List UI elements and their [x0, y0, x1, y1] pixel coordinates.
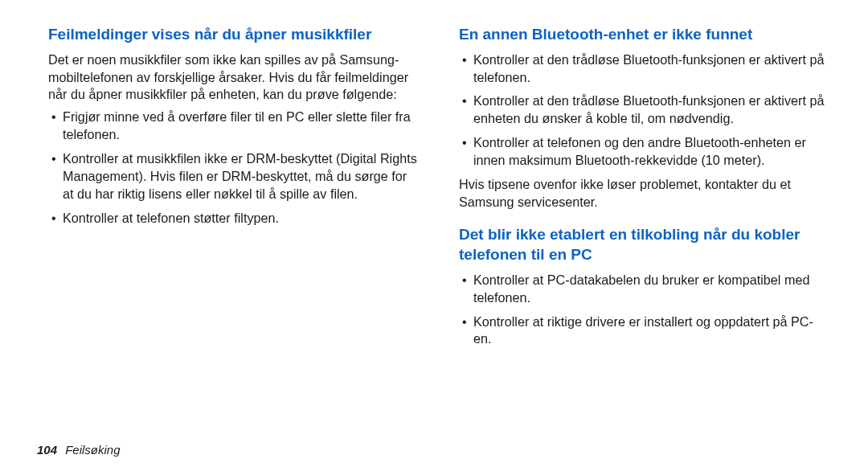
list-item: Frigjør minne ved å overføre filer til e…	[48, 109, 419, 144]
heading-music-errors: Feilmeldinger vises når du åpner musikkf…	[48, 24, 419, 45]
bullets-pc-connection: Kontroller at PC-datakabelen du bruker e…	[459, 272, 829, 348]
heading-pc-connection: Det blir ikke etablert en tilkobling når…	[459, 224, 829, 265]
bullets-bluetooth: Kontroller at den trådløse Bluetooth-fun…	[459, 51, 829, 170]
note-contact-service: Hvis tipsene ovenfor ikke løser probleme…	[459, 176, 829, 211]
bullets-music-errors: Frigjør minne ved å overføre filer til e…	[48, 109, 419, 227]
list-item: Kontroller at den trådløse Bluetooth-fun…	[459, 51, 829, 87]
left-column: Feilmeldinger vises når du åpner musikkf…	[48, 24, 419, 354]
right-column: En annen Bluetooth-enhet er ikke funnet …	[459, 24, 829, 354]
list-item: Kontroller at den trådløse Bluetooth-fun…	[459, 92, 829, 128]
intro-music-errors: Det er noen musikkfiler som ikke kan spi…	[48, 51, 419, 104]
list-item: Kontroller at PC-datakabelen du bruker e…	[459, 272, 829, 307]
page-columns: Feilmeldinger vises når du åpner musikkf…	[48, 24, 829, 354]
list-item: Kontroller at telefonen og den andre Blu…	[459, 134, 829, 170]
page-footer: 104 Feilsøking	[37, 443, 121, 457]
list-item: Kontroller at riktige drivere er install…	[459, 313, 829, 349]
page-number: 104	[37, 443, 57, 457]
heading-bluetooth-not-found: En annen Bluetooth-enhet er ikke funnet	[459, 24, 829, 45]
list-item: Kontroller at musikkfilen ikke er DRM-be…	[48, 150, 419, 203]
list-item: Kontroller at telefonen støtter filtypen…	[48, 210, 419, 227]
section-name: Feilsøking	[65, 443, 120, 457]
